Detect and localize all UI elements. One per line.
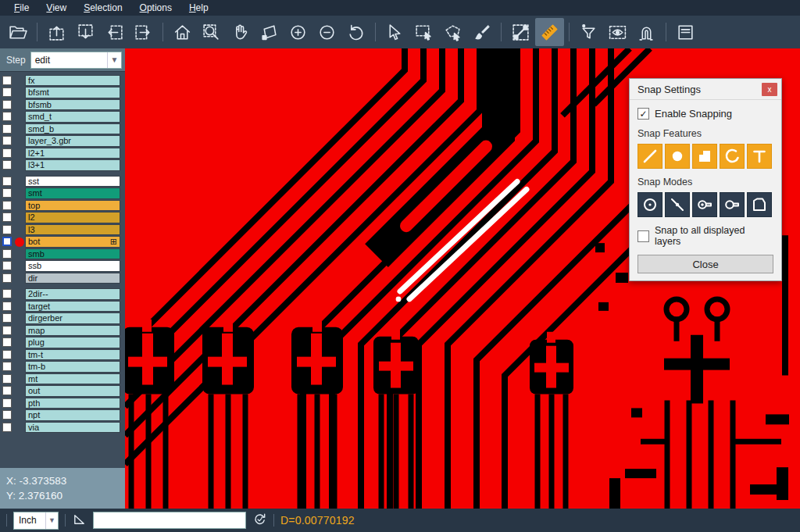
layer-name[interactable]: via — [25, 422, 120, 434]
layer-name[interactable]: 2dir-- — [25, 288, 120, 300]
zoom-object-button[interactable] — [255, 18, 284, 46]
poly-select-button[interactable] — [438, 18, 467, 46]
layer-visibility-checkbox[interactable] — [2, 302, 12, 311]
layer-visibility-checkbox[interactable] — [2, 160, 12, 170]
layer-row-plug[interactable]: plug — [0, 337, 125, 349]
layer-name[interactable]: tm-b — [25, 361, 120, 373]
layer-row-top[interactable]: top — [0, 199, 125, 212]
layer-name[interactable]: npt — [25, 409, 120, 421]
layer-row-target[interactable]: target — [0, 300, 125, 312]
layer-row-l3[interactable]: l3 — [0, 223, 125, 236]
layer-row-tm-t[interactable]: tm-t — [0, 348, 125, 361]
layer-visibility-checkbox[interactable] — [2, 76, 12, 85]
layer-visibility-checkbox[interactable] — [2, 350, 12, 359]
layer-visibility-checkbox[interactable] — [2, 326, 12, 335]
layer-row-bfsmb[interactable]: bfsmb — [0, 98, 125, 111]
layer-visibility-checkbox[interactable] — [2, 249, 12, 259]
layer-name[interactable]: dir — [25, 273, 120, 284]
menu-item-view[interactable]: View — [38, 1, 74, 15]
snap-center-button[interactable] — [638, 192, 662, 217]
select-arrow-button[interactable] — [380, 18, 409, 46]
layer-name[interactable]: dirgerber — [25, 312, 120, 324]
layer-row-map[interactable]: map — [0, 324, 125, 337]
layer-row-2dir--[interactable]: 2dir-- — [0, 288, 125, 301]
snap-surface-button[interactable] — [692, 144, 717, 169]
layer-name[interactable]: smt — [25, 187, 120, 199]
layer-name[interactable]: top — [25, 200, 120, 212]
layer-row-smd_t[interactable]: smd_t — [0, 111, 125, 123]
layer-visibility-checkbox[interactable] — [2, 386, 12, 395]
layer-name[interactable]: smd_b — [25, 123, 120, 135]
layer-row-dir[interactable]: dir — [0, 272, 125, 284]
pan-hand-button[interactable] — [226, 18, 255, 46]
layer-row-l2[interactable]: l2 — [0, 212, 125, 224]
layer-name[interactable]: fx — [25, 75, 120, 87]
pan-up-button[interactable] — [42, 18, 71, 46]
unit-select[interactable]: Inch ▼ — [13, 512, 59, 530]
layer-visibility-checkbox[interactable] — [2, 362, 12, 371]
filter-button[interactable] — [574, 18, 603, 46]
layer-visibility-checkbox[interactable] — [2, 237, 12, 246]
layer-name[interactable]: bfsmb — [25, 99, 120, 111]
snap-all-layers-row[interactable]: Snap to all displayed layers — [638, 225, 773, 247]
snap-point-on-line-button[interactable] — [665, 192, 690, 217]
layer-name[interactable]: smd_t — [25, 111, 120, 123]
layer-name[interactable]: bfsmt — [25, 87, 120, 98]
open-file-button[interactable] — [3, 18, 32, 46]
layer-visibility-checkbox[interactable] — [2, 177, 12, 186]
layer-row-layer_3.gbr[interactable]: layer_3.gbr — [0, 135, 125, 148]
layer-row-fx[interactable]: fx — [0, 74, 125, 87]
layer-name[interactable]: l3+1 — [25, 159, 120, 171]
layer-visibility-checkbox[interactable] — [2, 212, 12, 222]
dialog-close-button[interactable]: Close — [638, 255, 773, 273]
layer-row-bot[interactable]: bot⊞ — [0, 236, 125, 248]
zoom-in-button[interactable] — [284, 18, 312, 46]
layer-row-smt[interactable]: smt — [0, 187, 125, 200]
layer-row-out[interactable]: out — [0, 385, 125, 398]
layer-visibility-checkbox[interactable] — [2, 87, 12, 97]
snap-all-layers-checkbox[interactable] — [638, 230, 649, 242]
menu-item-options[interactable]: Options — [132, 1, 180, 15]
layer-name[interactable]: mt — [25, 373, 120, 385]
snap-polygon-button[interactable] — [747, 192, 772, 217]
snap-arc-button[interactable] — [720, 144, 745, 169]
layer-visibility-checkbox[interactable] — [2, 273, 12, 283]
command-input[interactable] — [93, 512, 246, 529]
brush-clear-button[interactable] — [467, 18, 496, 46]
pan-right-button[interactable] — [129, 18, 158, 46]
layer-name[interactable]: layer_3.gbr — [25, 135, 120, 147]
view-options-button[interactable] — [603, 18, 632, 46]
layer-visibility-checkbox[interactable] — [2, 225, 12, 234]
layer-visibility-checkbox[interactable] — [2, 398, 12, 408]
layer-row-smb[interactable]: smb — [0, 248, 125, 260]
layer-visibility-checkbox[interactable] — [2, 337, 12, 347]
zoom-window-button[interactable] — [197, 18, 226, 46]
layer-visibility-checkbox[interactable] — [2, 124, 12, 134]
layer-row-smd_b[interactable]: smd_b — [0, 123, 125, 135]
layer-name[interactable]: l2+1 — [25, 148, 120, 159]
layer-visibility-checkbox[interactable] — [2, 201, 12, 210]
dialog-close-icon[interactable]: x — [762, 83, 777, 96]
snap-text-button[interactable] — [747, 144, 772, 169]
layer-visibility-checkbox[interactable] — [2, 112, 12, 121]
layer-name[interactable]: l3 — [25, 224, 120, 236]
layer-name[interactable]: smb — [25, 248, 120, 260]
layer-name[interactable]: plug — [25, 337, 120, 348]
pan-down-button[interactable] — [71, 18, 100, 46]
zoom-out-button[interactable] — [312, 18, 341, 46]
layer-visibility-checkbox[interactable] — [2, 100, 12, 109]
layer-visibility-checkbox[interactable] — [2, 423, 12, 432]
menu-item-selection[interactable]: Selection — [76, 1, 130, 15]
snap-magnet-button[interactable] — [632, 18, 661, 46]
layer-row-dirgerber[interactable]: dirgerber — [0, 312, 125, 325]
rect-select-button[interactable] — [409, 18, 438, 46]
layer-visibility-checkbox[interactable] — [2, 188, 12, 198]
home-view-button[interactable] — [168, 18, 197, 46]
layer-row-l3+1[interactable]: l3+1 — [0, 159, 125, 172]
layer-row-bfsmt[interactable]: bfsmt — [0, 87, 125, 99]
layer-row-mt[interactable]: mt — [0, 373, 125, 385]
layer-name[interactable]: pth — [25, 398, 120, 409]
dialog-titlebar[interactable]: Snap Settings x — [630, 79, 781, 100]
snap-pad-outline-button[interactable] — [720, 192, 745, 217]
menu-item-help[interactable]: Help — [181, 1, 216, 15]
